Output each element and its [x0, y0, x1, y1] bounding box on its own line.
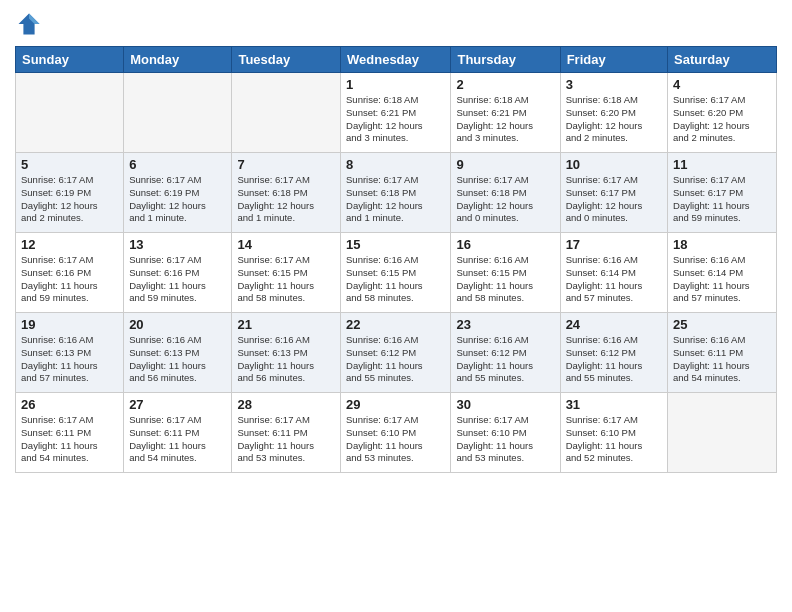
day-number: 24 — [566, 317, 662, 332]
day-info: Sunrise: 6:16 AM Sunset: 6:12 PM Dayligh… — [346, 334, 445, 385]
day-number: 20 — [129, 317, 226, 332]
day-number: 31 — [566, 397, 662, 412]
day-number: 26 — [21, 397, 118, 412]
calendar-cell — [232, 73, 341, 153]
calendar-week-3: 12Sunrise: 6:17 AM Sunset: 6:16 PM Dayli… — [16, 233, 777, 313]
calendar-cell: 29Sunrise: 6:17 AM Sunset: 6:10 PM Dayli… — [341, 393, 451, 473]
day-number: 2 — [456, 77, 554, 92]
calendar-cell: 10Sunrise: 6:17 AM Sunset: 6:17 PM Dayli… — [560, 153, 667, 233]
calendar-cell: 17Sunrise: 6:16 AM Sunset: 6:14 PM Dayli… — [560, 233, 667, 313]
day-info: Sunrise: 6:16 AM Sunset: 6:11 PM Dayligh… — [673, 334, 771, 385]
calendar-cell: 14Sunrise: 6:17 AM Sunset: 6:15 PM Dayli… — [232, 233, 341, 313]
calendar-cell: 18Sunrise: 6:16 AM Sunset: 6:14 PM Dayli… — [668, 233, 777, 313]
day-info: Sunrise: 6:17 AM Sunset: 6:17 PM Dayligh… — [673, 174, 771, 225]
day-number: 19 — [21, 317, 118, 332]
calendar-table: SundayMondayTuesdayWednesdayThursdayFrid… — [15, 46, 777, 473]
day-info: Sunrise: 6:16 AM Sunset: 6:15 PM Dayligh… — [456, 254, 554, 305]
logo — [15, 10, 47, 38]
day-info: Sunrise: 6:17 AM Sunset: 6:18 PM Dayligh… — [456, 174, 554, 225]
day-number: 18 — [673, 237, 771, 252]
day-info: Sunrise: 6:18 AM Sunset: 6:21 PM Dayligh… — [346, 94, 445, 145]
calendar-cell: 5Sunrise: 6:17 AM Sunset: 6:19 PM Daylig… — [16, 153, 124, 233]
calendar-cell: 30Sunrise: 6:17 AM Sunset: 6:10 PM Dayli… — [451, 393, 560, 473]
day-info: Sunrise: 6:17 AM Sunset: 6:16 PM Dayligh… — [21, 254, 118, 305]
day-number: 5 — [21, 157, 118, 172]
day-info: Sunrise: 6:18 AM Sunset: 6:20 PM Dayligh… — [566, 94, 662, 145]
day-number: 6 — [129, 157, 226, 172]
calendar-cell: 28Sunrise: 6:17 AM Sunset: 6:11 PM Dayli… — [232, 393, 341, 473]
calendar-week-1: 1Sunrise: 6:18 AM Sunset: 6:21 PM Daylig… — [16, 73, 777, 153]
calendar-cell: 7Sunrise: 6:17 AM Sunset: 6:18 PM Daylig… — [232, 153, 341, 233]
day-number: 1 — [346, 77, 445, 92]
day-info: Sunrise: 6:16 AM Sunset: 6:12 PM Dayligh… — [456, 334, 554, 385]
calendar-cell — [668, 393, 777, 473]
day-number: 8 — [346, 157, 445, 172]
calendar-cell: 6Sunrise: 6:17 AM Sunset: 6:19 PM Daylig… — [124, 153, 232, 233]
day-number: 14 — [237, 237, 335, 252]
day-number: 9 — [456, 157, 554, 172]
day-number: 11 — [673, 157, 771, 172]
day-number: 22 — [346, 317, 445, 332]
day-number: 12 — [21, 237, 118, 252]
header-thursday: Thursday — [451, 47, 560, 73]
day-number: 27 — [129, 397, 226, 412]
header-sunday: Sunday — [16, 47, 124, 73]
calendar-week-2: 5Sunrise: 6:17 AM Sunset: 6:19 PM Daylig… — [16, 153, 777, 233]
day-number: 3 — [566, 77, 662, 92]
calendar-cell: 12Sunrise: 6:17 AM Sunset: 6:16 PM Dayli… — [16, 233, 124, 313]
calendar-cell: 20Sunrise: 6:16 AM Sunset: 6:13 PM Dayli… — [124, 313, 232, 393]
header-wednesday: Wednesday — [341, 47, 451, 73]
day-info: Sunrise: 6:17 AM Sunset: 6:18 PM Dayligh… — [346, 174, 445, 225]
day-number: 17 — [566, 237, 662, 252]
logo-icon — [15, 10, 43, 38]
header-tuesday: Tuesday — [232, 47, 341, 73]
calendar-cell: 27Sunrise: 6:17 AM Sunset: 6:11 PM Dayli… — [124, 393, 232, 473]
day-info: Sunrise: 6:17 AM Sunset: 6:16 PM Dayligh… — [129, 254, 226, 305]
day-number: 28 — [237, 397, 335, 412]
calendar-cell: 21Sunrise: 6:16 AM Sunset: 6:13 PM Dayli… — [232, 313, 341, 393]
day-number: 16 — [456, 237, 554, 252]
day-number: 25 — [673, 317, 771, 332]
calendar-cell: 22Sunrise: 6:16 AM Sunset: 6:12 PM Dayli… — [341, 313, 451, 393]
calendar-cell: 11Sunrise: 6:17 AM Sunset: 6:17 PM Dayli… — [668, 153, 777, 233]
day-info: Sunrise: 6:17 AM Sunset: 6:19 PM Dayligh… — [21, 174, 118, 225]
day-info: Sunrise: 6:17 AM Sunset: 6:19 PM Dayligh… — [129, 174, 226, 225]
calendar-cell: 26Sunrise: 6:17 AM Sunset: 6:11 PM Dayli… — [16, 393, 124, 473]
day-info: Sunrise: 6:18 AM Sunset: 6:21 PM Dayligh… — [456, 94, 554, 145]
day-info: Sunrise: 6:17 AM Sunset: 6:20 PM Dayligh… — [673, 94, 771, 145]
calendar-cell: 13Sunrise: 6:17 AM Sunset: 6:16 PM Dayli… — [124, 233, 232, 313]
header-saturday: Saturday — [668, 47, 777, 73]
header-friday: Friday — [560, 47, 667, 73]
calendar-cell: 16Sunrise: 6:16 AM Sunset: 6:15 PM Dayli… — [451, 233, 560, 313]
day-number: 23 — [456, 317, 554, 332]
day-info: Sunrise: 6:17 AM Sunset: 6:10 PM Dayligh… — [346, 414, 445, 465]
calendar-cell: 19Sunrise: 6:16 AM Sunset: 6:13 PM Dayli… — [16, 313, 124, 393]
calendar-cell: 15Sunrise: 6:16 AM Sunset: 6:15 PM Dayli… — [341, 233, 451, 313]
calendar-cell: 9Sunrise: 6:17 AM Sunset: 6:18 PM Daylig… — [451, 153, 560, 233]
calendar-cell: 31Sunrise: 6:17 AM Sunset: 6:10 PM Dayli… — [560, 393, 667, 473]
day-info: Sunrise: 6:16 AM Sunset: 6:12 PM Dayligh… — [566, 334, 662, 385]
day-number: 7 — [237, 157, 335, 172]
calendar-cell: 3Sunrise: 6:18 AM Sunset: 6:20 PM Daylig… — [560, 73, 667, 153]
day-info: Sunrise: 6:17 AM Sunset: 6:15 PM Dayligh… — [237, 254, 335, 305]
header — [15, 10, 777, 38]
main-container: SundayMondayTuesdayWednesdayThursdayFrid… — [0, 0, 792, 483]
calendar-cell — [124, 73, 232, 153]
day-info: Sunrise: 6:17 AM Sunset: 6:11 PM Dayligh… — [237, 414, 335, 465]
calendar-cell: 8Sunrise: 6:17 AM Sunset: 6:18 PM Daylig… — [341, 153, 451, 233]
day-info: Sunrise: 6:17 AM Sunset: 6:10 PM Dayligh… — [566, 414, 662, 465]
day-info: Sunrise: 6:16 AM Sunset: 6:15 PM Dayligh… — [346, 254, 445, 305]
day-number: 21 — [237, 317, 335, 332]
day-info: Sunrise: 6:17 AM Sunset: 6:10 PM Dayligh… — [456, 414, 554, 465]
day-info: Sunrise: 6:16 AM Sunset: 6:13 PM Dayligh… — [237, 334, 335, 385]
day-info: Sunrise: 6:17 AM Sunset: 6:11 PM Dayligh… — [21, 414, 118, 465]
day-number: 15 — [346, 237, 445, 252]
day-info: Sunrise: 6:17 AM Sunset: 6:18 PM Dayligh… — [237, 174, 335, 225]
calendar-cell — [16, 73, 124, 153]
calendar-cell: 25Sunrise: 6:16 AM Sunset: 6:11 PM Dayli… — [668, 313, 777, 393]
day-number: 4 — [673, 77, 771, 92]
day-number: 13 — [129, 237, 226, 252]
calendar-cell: 24Sunrise: 6:16 AM Sunset: 6:12 PM Dayli… — [560, 313, 667, 393]
day-info: Sunrise: 6:16 AM Sunset: 6:13 PM Dayligh… — [129, 334, 226, 385]
calendar-cell: 2Sunrise: 6:18 AM Sunset: 6:21 PM Daylig… — [451, 73, 560, 153]
